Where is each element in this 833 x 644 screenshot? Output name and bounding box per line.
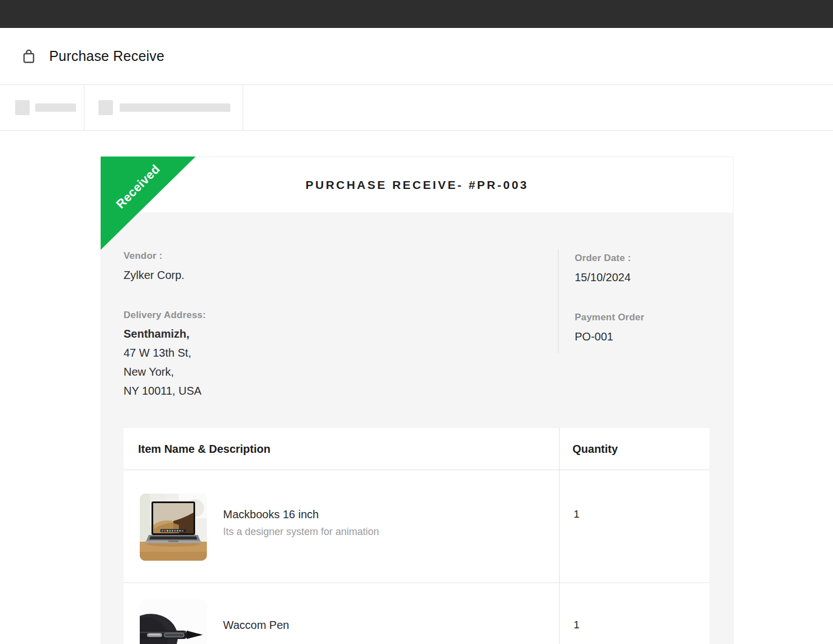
delivery-address-line: New York, bbox=[124, 362, 558, 381]
main-content: Received PURCHASE RECEIVE- #PR-003 Vendo… bbox=[0, 157, 833, 644]
tab-icon-placeholder bbox=[15, 100, 30, 115]
top-app-bar bbox=[0, 0, 833, 28]
macbook-product-image bbox=[140, 494, 207, 561]
delivery-address-line: Senthamizh, bbox=[124, 324, 558, 343]
purchase-receive-document: Received PURCHASE RECEIVE- #PR-003 Vendo… bbox=[101, 157, 733, 644]
shopping-bag-icon bbox=[21, 48, 36, 65]
document-details: Vendor : Zylker Corp. Delivery Address: … bbox=[124, 249, 709, 400]
details-left-column: Vendor : Zylker Corp. Delivery Address: … bbox=[124, 249, 558, 400]
wacom-pen-product-image bbox=[140, 599, 207, 644]
order-date-label: Order Date : bbox=[575, 252, 709, 265]
document-header: PURCHASE RECEIVE- #PR-003 bbox=[101, 157, 733, 212]
quantity-cell: 1 bbox=[559, 470, 709, 583]
column-header-item-name: Item Name & Description bbox=[124, 428, 559, 470]
items-table: Item Name & Description Quantity bbox=[124, 428, 709, 644]
delivery-address-line: 47 W 13th St, bbox=[124, 343, 558, 362]
item-name: Waccom Pen bbox=[223, 618, 289, 632]
page-header: Purchase Receive bbox=[0, 28, 833, 84]
delivery-address: Senthamizh, 47 W 13th St, New York, NY 1… bbox=[124, 324, 558, 400]
tab-label-placeholder bbox=[120, 103, 230, 112]
details-right-column: Order Date : 15/10/2024 Payment Order PO… bbox=[558, 249, 709, 400]
document-body: Vendor : Zylker Corp. Delivery Address: … bbox=[101, 212, 733, 644]
tab-bar bbox=[0, 84, 833, 131]
column-header-quantity: Quantity bbox=[559, 428, 709, 470]
item-description: Its a designer system for animation bbox=[223, 526, 379, 538]
payment-order-label: Payment Order bbox=[575, 311, 709, 324]
tab-skeleton-2[interactable] bbox=[84, 85, 243, 130]
table-header-row: Item Name & Description Quantity bbox=[124, 428, 709, 470]
item-name: Mackbooks 16 inch bbox=[223, 507, 379, 522]
details-right-inner: Order Date : 15/10/2024 Payment Order PO… bbox=[558, 249, 709, 353]
tab-label-placeholder bbox=[35, 103, 76, 112]
item-cell: Waccom Pen bbox=[124, 583, 559, 644]
document-title: PURCHASE RECEIVE- #PR-003 bbox=[305, 178, 528, 192]
tab-icon-placeholder bbox=[98, 100, 113, 115]
vendor-name: Zylker Corp. bbox=[124, 267, 558, 283]
delivery-address-label: Delivery Address: bbox=[124, 309, 558, 322]
item-cell: Mackbooks 16 inch Its a designer system … bbox=[124, 470, 559, 583]
table-row: Waccom Pen 1 bbox=[124, 583, 709, 644]
tab-skeleton-1[interactable] bbox=[0, 85, 84, 130]
item-text: Mackbooks 16 inch Its a designer system … bbox=[223, 507, 379, 538]
table-row: Mackbooks 16 inch Its a designer system … bbox=[124, 470, 709, 583]
order-date-value: 15/10/2024 bbox=[575, 269, 709, 285]
vendor-label: Vendor : bbox=[124, 249, 558, 263]
item-text: Waccom Pen bbox=[223, 618, 289, 632]
delivery-address-line: NY 10011, USA bbox=[124, 381, 558, 400]
quantity-cell: 1 bbox=[559, 583, 709, 644]
payment-order-value: PO-001 bbox=[575, 329, 709, 344]
page-title: Purchase Receive bbox=[49, 48, 164, 64]
